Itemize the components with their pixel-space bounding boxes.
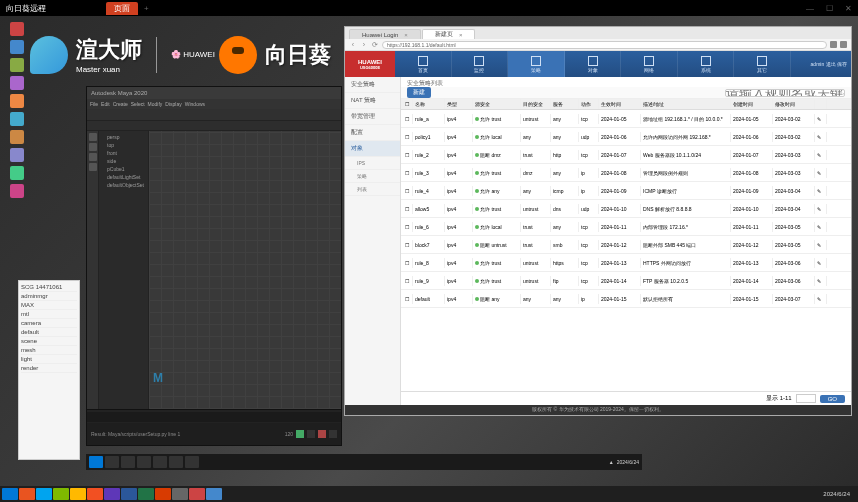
edit-icon[interactable]: ✎ <box>815 240 827 250</box>
table-row[interactable]: ☐allow5ipv4允许 trustuntrustdnsudp2024-01-… <box>401 200 851 218</box>
sidebar-item[interactable]: NAT 策略 <box>345 93 400 109</box>
maya-menu-item[interactable]: Display <box>165 101 181 107</box>
outliner-item[interactable]: side <box>105 157 146 165</box>
huawei-logo[interactable]: HUAWEI USG6000E <box>345 51 395 77</box>
table-row[interactable]: ☐rule_aipv4允许 trustuntrustanytcp2024-01-… <box>401 110 851 128</box>
header-tab[interactable]: 其它 <box>734 51 791 77</box>
table-row[interactable]: ☐rule_3ipv4允许 trustdmzanyip2024-01-08管理员… <box>401 164 851 182</box>
frame-end[interactable]: 120 <box>285 431 293 437</box>
col-header[interactable]: 生效时间 <box>599 99 641 109</box>
play-icon[interactable] <box>296 430 304 438</box>
maya-timeline[interactable] <box>87 409 341 423</box>
start-button-icon[interactable] <box>89 456 103 468</box>
col-header[interactable]: 类型 <box>445 99 473 109</box>
desktop-icon[interactable] <box>10 130 24 144</box>
taskbar-item[interactable] <box>185 456 199 468</box>
table-row[interactable]: ☐rule_4ipv4允许 anyanyicmpip2024-01-09ICMP… <box>401 182 851 200</box>
go-button[interactable]: GO <box>820 395 845 403</box>
maya-outliner[interactable]: persp top front side pCube1 defaultLight… <box>99 131 149 409</box>
header-tab[interactable]: 网络 <box>621 51 678 77</box>
desktop-icon[interactable] <box>10 112 24 126</box>
taskbar-item[interactable] <box>121 456 135 468</box>
col-header[interactable]: 动作 <box>579 99 599 109</box>
desktop-icon[interactable] <box>10 22 24 36</box>
edit-icon[interactable]: ✎ <box>815 114 827 124</box>
edit-icon[interactable]: ✎ <box>815 204 827 214</box>
outliner-item[interactable]: defaultObjectSet <box>105 181 146 189</box>
sidebar-item[interactable]: 安全策略 <box>345 77 400 93</box>
minimize-icon[interactable]: — <box>806 4 814 13</box>
row-checkbox[interactable]: ☐ <box>401 150 413 160</box>
header-tab[interactable]: 策略 <box>508 51 565 77</box>
sidebar-item[interactable]: 策略 <box>345 170 400 183</box>
desktop-icon[interactable] <box>10 184 24 198</box>
close-tab-icon[interactable]: × <box>459 32 463 38</box>
browser-tab[interactable]: 新建页× <box>422 29 476 39</box>
edit-icon[interactable]: ✎ <box>815 186 827 196</box>
header-tab[interactable]: 监控 <box>452 51 509 77</box>
edit-icon[interactable]: ✎ <box>815 222 827 232</box>
maya-viewport[interactable]: M <box>149 131 341 409</box>
outliner-item[interactable]: front <box>105 149 146 157</box>
taskbar-item[interactable] <box>153 456 167 468</box>
maya-menu-item[interactable]: File <box>90 101 98 107</box>
header-tab[interactable]: 系统 <box>678 51 735 77</box>
taskbar-app-icon[interactable] <box>36 488 52 500</box>
outliner-item[interactable]: pCube1 <box>105 165 146 173</box>
edit-icon[interactable]: ✎ <box>815 276 827 286</box>
maya-shelf[interactable] <box>87 109 341 121</box>
desktop-icon[interactable] <box>10 166 24 180</box>
remote-tab[interactable]: 页面 <box>106 2 138 15</box>
taskbar-app-icon[interactable] <box>70 488 86 500</box>
edit-icon[interactable]: ✎ <box>815 132 827 142</box>
outliner-item[interactable]: persp <box>105 133 146 141</box>
taskbar-app-icon[interactable] <box>172 488 188 500</box>
col-header[interactable]: 服务 <box>551 99 579 109</box>
back-icon[interactable]: ‹ <box>349 41 357 49</box>
table-row[interactable]: ☐rule_2ipv4阻断 dmztrusthttptcp2024-01-07W… <box>401 146 851 164</box>
desktop-icon[interactable] <box>10 40 24 54</box>
taskbar-app-icon[interactable] <box>206 488 222 500</box>
maya-menu-item[interactable]: Edit <box>101 101 110 107</box>
col-header[interactable]: 目的安全 <box>521 99 551 109</box>
row-checkbox[interactable]: ☐ <box>401 204 413 214</box>
row-checkbox[interactable]: ☐ <box>401 186 413 196</box>
desktop-icon[interactable] <box>10 58 24 72</box>
maximize-icon[interactable]: ☐ <box>826 4 833 13</box>
new-button[interactable]: 新建 <box>407 87 431 98</box>
row-checkbox[interactable]: ☐ <box>401 222 413 232</box>
maya-window[interactable]: Autodesk Maya 2020 File Edit Create Sele… <box>86 86 342 446</box>
url-input[interactable]: https://192.168.1.1/default.html <box>382 41 827 49</box>
outliner-item[interactable]: top <box>105 141 146 149</box>
system-tray[interactable]: ▲ 2024/6/24 <box>609 459 639 465</box>
col-header[interactable]: 名称 <box>413 99 445 109</box>
row-checkbox[interactable]: ☐ <box>401 132 413 142</box>
page-input[interactable] <box>796 394 816 403</box>
sidebar-item[interactable]: 配置 <box>345 125 400 141</box>
sidebar-item[interactable]: 对象 <box>345 141 400 157</box>
move-tool-icon[interactable] <box>89 143 97 151</box>
search-icon[interactable] <box>105 456 119 468</box>
taskbar-app-icon[interactable] <box>138 488 154 500</box>
select-tool-icon[interactable] <box>89 133 97 141</box>
table-row[interactable]: ☐rule_9ipv4允许 trustuntrustftptcp2024-01-… <box>401 272 851 290</box>
table-row[interactable]: ☐rule_8ipv4允许 trustuntrusthttpstcp2024-0… <box>401 254 851 272</box>
taskbar-item[interactable] <box>169 456 183 468</box>
row-checkbox[interactable]: ☐ <box>401 258 413 268</box>
row-checkbox[interactable]: ☐ <box>401 240 413 250</box>
table-row[interactable]: ☐block7ipv4阻断 untrusttrustsmbtcp2024-01-… <box>401 236 851 254</box>
menu-icon[interactable] <box>840 41 847 48</box>
taskbar-app-icon[interactable] <box>53 488 69 500</box>
taskbar-app-icon[interactable] <box>155 488 171 500</box>
table-row[interactable]: ☐policy1ipv4允许 localanyanyudp2024-01-06允… <box>401 128 851 146</box>
outliner-item[interactable]: defaultLightSet <box>105 173 146 181</box>
taskbar-app-icon[interactable] <box>87 488 103 500</box>
policy-table[interactable]: ☐ 名称 类型 源安全 目的安全 服务 动作 生效时间 描述/地址 创建时间 修… <box>401 99 851 391</box>
sidebar-item[interactable]: 带宽管理 <box>345 109 400 125</box>
search-input[interactable] <box>725 89 845 97</box>
taskbar-app-icon[interactable] <box>104 488 120 500</box>
scale-tool-icon[interactable] <box>89 163 97 171</box>
edit-icon[interactable]: ✎ <box>815 258 827 268</box>
new-tab-button[interactable]: + <box>144 4 149 13</box>
sidebar-item[interactable]: 列表 <box>345 183 400 196</box>
